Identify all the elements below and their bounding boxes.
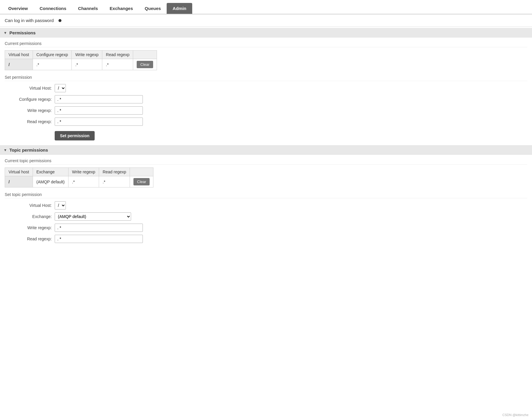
tab-exchanges[interactable]: Exchanges (104, 3, 139, 14)
table-row: / .* .* .* Clear (5, 59, 157, 70)
perm-vhost-select[interactable]: / (55, 84, 66, 92)
topic-read-row: Read regexp: (5, 235, 527, 243)
topic-vhost-row: Virtual Host: / (5, 201, 527, 209)
tab-channels[interactable]: Channels (72, 3, 104, 14)
can-login-label: Can log in with password (5, 18, 54, 23)
perm-col-write: Write regexp (72, 51, 102, 59)
topic-row-read: .* (99, 176, 130, 187)
topic-col-action (130, 168, 153, 176)
topic-permissions-table: Virtual host Exchange Write regexp Read … (5, 167, 153, 187)
permissions-section-title: Permissions (9, 30, 36, 35)
perm-vhost-label: Virtual Host: (5, 86, 52, 90)
perm-col-read: Read regexp (102, 51, 133, 59)
topic-row-action: Clear (130, 176, 153, 187)
perm-configure-label: Configure regexp: (5, 97, 52, 102)
topic-row-write: .* (68, 176, 99, 187)
topic-col-exchange: Exchange (33, 168, 68, 176)
clear-topic-permission-button[interactable]: Clear (133, 178, 150, 185)
topic-permissions-content: Current topic permissions Virtual host E… (0, 155, 532, 249)
can-login-indicator (58, 19, 61, 22)
perm-row-action: Clear (133, 59, 157, 70)
perm-configure-input[interactable] (55, 95, 143, 103)
tab-overview[interactable]: Overview (2, 3, 34, 14)
topic-exchange-select[interactable]: (AMQP default) (55, 212, 131, 221)
perm-write-input[interactable] (55, 106, 143, 115)
set-permission-button[interactable]: Set permission (55, 131, 95, 140)
topic-row-vhost: / (5, 176, 33, 187)
topic-permissions-section-header[interactable]: ▼ Topic permissions (0, 145, 532, 155)
perm-read-label: Read regexp: (5, 119, 52, 124)
set-topic-permission-label: Set topic permission (5, 192, 527, 198)
perm-col-configure: Configure regexp (33, 51, 71, 59)
topic-exchange-label: Exchange: (5, 214, 52, 219)
topic-read-input[interactable] (55, 235, 143, 243)
topic-col-read: Read regexp (99, 168, 130, 176)
topic-col-vhost: Virtual host (5, 168, 33, 176)
topic-exchange-row: Exchange: (AMQP default) (5, 212, 527, 221)
perm-row-configure: .* (33, 59, 71, 70)
clear-permission-button[interactable]: Clear (137, 61, 153, 68)
topic-vhost-label: Virtual Host: (5, 203, 52, 208)
perm-write-label: Write regexp: (5, 108, 52, 113)
current-permissions-label: Current permissions (5, 41, 527, 47)
topic-row-exchange: (AMQP default) (33, 176, 68, 187)
topic-write-input[interactable] (55, 224, 143, 232)
perm-vhost-row: Virtual Host: / (5, 84, 527, 92)
topic-write-label: Write regexp: (5, 225, 52, 230)
perm-col-vhost: Virtual host (5, 51, 33, 59)
permissions-collapse-arrow: ▼ (4, 31, 7, 35)
permissions-table: Virtual host Configure regexp Write rege… (5, 50, 157, 70)
tab-connections[interactable]: Connections (34, 3, 72, 14)
perm-write-row: Write regexp: (5, 106, 527, 115)
topic-read-label: Read regexp: (5, 237, 52, 241)
perm-col-action (133, 51, 157, 59)
perm-configure-row: Configure regexp: (5, 95, 527, 103)
topic-permissions-section-title: Topic permissions (9, 148, 48, 152)
set-permission-label: Set permission (5, 75, 527, 81)
current-topic-permissions-label: Current topic permissions (5, 158, 527, 165)
perm-row-write: .* (72, 59, 102, 70)
permissions-content: Current permissions Virtual host Configu… (0, 38, 532, 144)
permissions-section-header[interactable]: ▼ Permissions (0, 28, 532, 38)
perm-row-vhost: / (5, 59, 33, 70)
topic-permissions-collapse-arrow: ▼ (4, 148, 7, 152)
perm-read-input[interactable] (55, 118, 143, 126)
table-row: / (AMQP default) .* .* Clear (5, 176, 153, 187)
tab-queues[interactable]: Queues (139, 3, 167, 14)
topic-vhost-select[interactable]: / (55, 201, 66, 209)
topic-write-row: Write regexp: (5, 224, 527, 232)
perm-row-read: .* (102, 59, 133, 70)
tab-admin[interactable]: Admin (167, 3, 192, 14)
nav-tabs: Overview Connections Channels Exchanges … (0, 3, 532, 14)
topic-col-write: Write regexp (68, 168, 99, 176)
can-login-row: Can log in with password (0, 14, 532, 27)
perm-read-row: Read regexp: (5, 118, 527, 126)
